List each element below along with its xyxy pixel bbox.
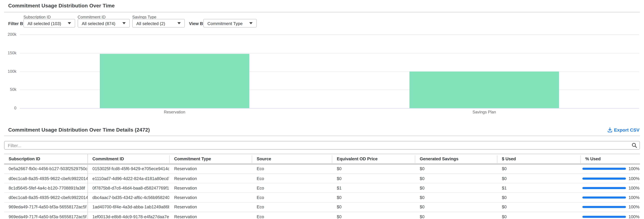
cell-dollar-used: $0 <box>497 202 580 212</box>
table-filter <box>4 141 640 149</box>
cell-pct-used: 100% <box>580 202 640 212</box>
cell-commitment-type: Reservation <box>169 164 252 173</box>
cell-pct-used: 100% <box>580 212 640 219</box>
cell-generated-savings: $0 <box>415 183 497 193</box>
cell-source: Eco <box>252 193 332 202</box>
usage-progress-bar <box>582 168 626 170</box>
column-header-subscription-id[interactable]: Subscription ID <box>4 154 88 163</box>
cell-equivalent-od-price: $0 <box>332 164 415 173</box>
usage-progress-label: 100% <box>628 214 640 219</box>
cell-source: Eco <box>252 164 332 173</box>
x-axis-category-label: Reservation <box>20 110 330 114</box>
details-table: Subscription IDCommitment IDCommitment T… <box>4 154 640 219</box>
table-row: 969eda49-717f-4a50-bf3a-56558172ac5f 1ad… <box>4 202 640 212</box>
table-row: 0e5a2667-fb0c-4456-b127-503f2529750c 015… <box>4 164 640 174</box>
cell-equivalent-od-price: $1 <box>332 183 415 193</box>
table-row: 969eda49-717f-4a50-bf3a-56558172ac5f 1ef… <box>4 212 640 219</box>
usage-progress-label: 100% <box>628 176 640 181</box>
cell-equivalent-od-price: $0 <box>332 202 415 212</box>
y-axis-tick-label: 150k <box>0 51 16 55</box>
plot-area: ReservationSavings Plan <box>20 35 639 108</box>
cell-generated-savings: $0 <box>415 193 497 202</box>
y-axis-tick-label: 200k <box>0 32 16 37</box>
y-axis-tick-label: 50k <box>0 87 16 92</box>
usage-progress-bar <box>582 196 626 199</box>
cell-commitment-id: 0f7875b8-d7c6-46d4-baa8-d58247769f1f <box>88 183 169 193</box>
frozen-column-divider <box>88 154 88 219</box>
usage-progress-label: 100% <box>628 186 640 190</box>
bar-reservation[interactable] <box>100 54 249 108</box>
y-axis-tick-label: 100k <box>0 69 16 73</box>
cell-dollar-used: $1 <box>497 183 580 193</box>
cell-commitment-id: 0153025f-fcd8-45f6-9429-e705ece9414c <box>88 164 169 173</box>
cell-generated-savings: $0 <box>415 164 497 173</box>
chart-area: 200k150k100k50k0 ReservationSavings Plan <box>0 0 644 119</box>
cell-generated-savings: $0 <box>415 174 497 183</box>
cell-pct-used: 100% <box>580 193 640 202</box>
cell-equivalent-od-price: $0 <box>332 174 415 183</box>
column-header-source[interactable]: Source <box>252 154 332 163</box>
cell-source: Eco <box>252 183 332 193</box>
cell-dollar-used: $0 <box>497 193 580 202</box>
usage-progress-bar <box>582 216 626 218</box>
table-filter-input[interactable] <box>4 141 640 149</box>
cell-generated-savings: $0 <box>415 212 497 219</box>
column-header-equivalent-od-price[interactable]: Equivalent OD Price <box>332 154 415 163</box>
cell-pct-used: 100% <box>580 174 640 183</box>
cell-commitment-type: Reservation <box>169 212 252 219</box>
usage-progress-label: 100% <box>628 195 640 200</box>
gridline <box>20 53 639 53</box>
cell-equivalent-od-price: $0 <box>332 212 415 219</box>
y-axis-tick-label: 0 <box>0 106 16 110</box>
x-axis-category-label: Savings Plan <box>330 110 639 114</box>
cell-pct-used: 100% <box>580 183 640 193</box>
gridline <box>20 35 639 35</box>
cell-generated-savings: $0 <box>415 202 497 212</box>
cell-commitment-type: Reservation <box>169 193 252 202</box>
column-header-commitment-id[interactable]: Commitment ID <box>88 154 169 163</box>
cell-commitment-type: Reservation <box>169 183 252 193</box>
cell-subscription-id: 969eda49-717f-4a50-bf3a-56558172ac5f <box>4 202 88 212</box>
column-header-generated-savings[interactable]: Generated Savings <box>415 154 497 163</box>
table-header-row: Subscription IDCommitment IDCommitment T… <box>4 154 640 164</box>
usage-progress-bar <box>582 206 626 208</box>
cell-commitment-id: dbc4aac7-bd35-4342-af6c-4c56b9582400 <box>88 193 169 202</box>
details-title: Commitment Usage Distribution Over Time … <box>8 127 150 133</box>
usage-progress-label: 100% <box>628 205 640 209</box>
export-csv-label: Export CSV <box>614 127 640 132</box>
cell-commitment-type: Reservation <box>169 202 252 212</box>
y-axis: 200k150k100k50k0 <box>0 0 17 119</box>
search-icon <box>632 143 637 148</box>
section-divider <box>4 136 640 136</box>
cell-commitment-id: e1110ad7-4d96-4d22-824a-d181a80ecd7d <box>88 174 169 183</box>
column-header-commitment-type[interactable]: Commitment Type <box>169 154 252 163</box>
cell-commitment-id: 1ad40700-6f4e-4a3d-abba-1ab1249a86bd <box>88 202 169 212</box>
cell-commitment-type: Reservation <box>169 174 252 183</box>
cell-subscription-id: 969eda49-717f-4a50-bf3a-56558172ac5f <box>4 212 88 219</box>
cell-subscription-id: d0ec1ca8-8a35-4935-9622-cbefc9922014 <box>4 193 88 202</box>
table-row: d0ec1ca8-8a35-4935-9622-cbefc9922014 dbc… <box>4 193 640 203</box>
cell-commitment-id: 1ef0013d-e8b8-4dc9-9178-e4fa27daa7e5 <box>88 212 169 219</box>
table-row: 8c1d5645-5fef-4a4c-b120-7708891fa38f 0f7… <box>4 183 640 193</box>
cell-equivalent-od-price: $0 <box>332 193 415 202</box>
cell-source: Eco <box>252 202 332 212</box>
page-root: Commitment Usage Distribution Over Time … <box>0 0 644 219</box>
column-header-used[interactable]: $ Used <box>497 154 580 163</box>
cell-pct-used: 100% <box>580 164 640 173</box>
cell-subscription-id: 8c1d5645-5fef-4a4c-b120-7708891fa38f <box>4 183 88 193</box>
cell-dollar-used: $0 <box>497 164 580 173</box>
cell-dollar-used: $0 <box>497 212 580 219</box>
usage-progress-label: 100% <box>628 166 640 171</box>
cell-dollar-used: $0 <box>497 174 580 183</box>
cell-source: Eco <box>252 174 332 183</box>
cell-source: Eco <box>252 212 332 219</box>
usage-progress-bar <box>582 177 626 179</box>
bar-savings-plan[interactable] <box>410 71 559 108</box>
export-csv-button[interactable]: Export CSV <box>608 127 640 132</box>
column-header-used[interactable]: % Used <box>580 154 640 163</box>
table-row: d0ec1ca8-8a35-4935-9622-cbefc9922014 e11… <box>4 174 640 183</box>
cell-subscription-id: d0ec1ca8-8a35-4935-9622-cbefc9922014 <box>4 174 88 183</box>
usage-progress-bar <box>582 187 626 189</box>
table-body: 0e5a2667-fb0c-4456-b127-503f2529750c 015… <box>4 164 640 219</box>
cell-subscription-id: 0e5a2667-fb0c-4456-b127-503f2529750c <box>4 164 88 173</box>
